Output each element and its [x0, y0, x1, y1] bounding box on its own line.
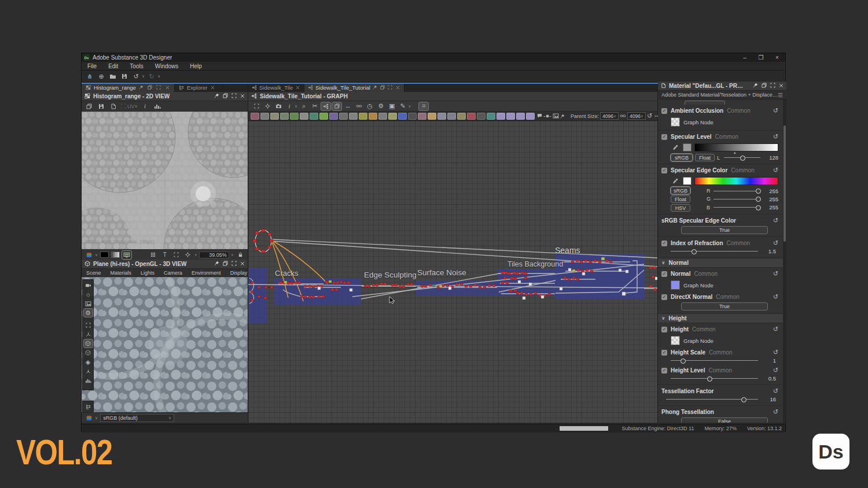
save-image-icon[interactable] — [97, 102, 106, 110]
paint-icon[interactable]: ✎ — [398, 102, 407, 110]
paste-image-icon[interactable] — [109, 102, 118, 110]
maximize-icon[interactable] — [388, 84, 393, 90]
open-icon[interactable] — [108, 72, 117, 80]
close-icon[interactable] — [395, 84, 400, 90]
palette-node-tile[interactable] — [359, 113, 367, 120]
checkbox[interactable]: ✓ — [661, 368, 667, 374]
properties-scrollbar[interactable] — [783, 99, 786, 423]
float-button[interactable]: Float — [695, 154, 715, 161]
checkbox[interactable]: ✓ — [661, 168, 667, 173]
minimize-button[interactable]: – — [737, 54, 753, 61]
menu-item[interactable]: Tools — [124, 63, 149, 69]
scene-tree-icon[interactable] — [84, 402, 93, 411]
reset-icon[interactable]: ↺ — [773, 270, 778, 278]
checkbox[interactable]: ✓ — [661, 294, 667, 300]
close-icon[interactable] — [209, 84, 216, 90]
close-icon[interactable] — [164, 84, 171, 90]
pin-node-icon[interactable] — [560, 112, 565, 120]
menu-item[interactable]: Help — [184, 63, 208, 69]
directx-normal-toggle-button[interactable]: True — [681, 302, 768, 310]
colorspace-select[interactable]: sRGB (default) ∨ — [100, 414, 174, 422]
maximize-icon[interactable] — [156, 84, 162, 90]
section-height[interactable]: ∨ Height — [658, 313, 786, 323]
checkbox[interactable]: ✓ — [661, 134, 667, 140]
green-slider[interactable]: G 255 — [707, 195, 778, 203]
light-icon[interactable]: ☼ — [84, 290, 93, 298]
frame-scene-icon[interactable] — [84, 321, 93, 329]
dot-node-icon[interactable]: -●- — [543, 112, 551, 120]
checkbox[interactable]: ✓ — [661, 350, 667, 356]
timer-icon[interactable]: ◷ — [365, 102, 374, 110]
comment-icon[interactable] — [537, 112, 542, 120]
reset-icon[interactable]: ↺ — [773, 367, 778, 374]
palette-node-tile[interactable] — [349, 113, 358, 120]
palette-node-tile[interactable] — [418, 113, 426, 120]
palette-node-tile[interactable] — [300, 113, 308, 120]
parent-size-height-select[interactable]: 4096∨ — [627, 112, 646, 120]
float-icon[interactable] — [762, 83, 767, 89]
hsv-button[interactable]: HSV — [671, 204, 690, 212]
solid-view-icon[interactable] — [84, 339, 93, 347]
center-view-icon[interactable] — [183, 251, 193, 259]
srgb-button[interactable]: sRGB — [671, 154, 693, 161]
unlink-icon[interactable]: ✂ — [310, 102, 319, 110]
tab-sidewalk-tile-tutorial[interactable]: Sidewalk_Tile_Tutorial — [304, 83, 404, 92]
fit-view-icon[interactable] — [172, 251, 181, 259]
redo-caret-icon[interactable]: ∨ — [157, 74, 160, 79]
reset-icon[interactable]: ↺ — [773, 167, 778, 174]
display-filter-icon[interactable] — [122, 251, 131, 259]
pin-icon[interactable] — [138, 84, 145, 90]
blue-slider[interactable]: B 255 — [707, 204, 778, 212]
pin-icon[interactable] — [214, 93, 219, 99]
tessellation-slider[interactable]: 16 — [666, 395, 776, 403]
clipped-button[interactable] — [685, 101, 725, 105]
environment-icon[interactable] — [84, 300, 93, 308]
reset-icon[interactable]: ↺ — [773, 326, 778, 333]
stats-icon[interactable] — [84, 376, 93, 385]
camera-settings-icon[interactable] — [84, 281, 93, 289]
palette-node-tile[interactable] — [329, 113, 338, 120]
menu-item[interactable]: Windows — [149, 63, 185, 69]
palette-node-tile[interactable] — [319, 113, 328, 120]
palette-node-tile[interactable] — [437, 113, 446, 120]
palette-node-tile[interactable] — [310, 113, 318, 120]
phong-tessellation-toggle-button[interactable]: False — [681, 417, 768, 423]
zoom-in-dot[interactable]: • — [231, 252, 233, 258]
palette-node-tile[interactable] — [398, 113, 407, 120]
wireframe-view-icon[interactable] — [84, 349, 93, 357]
checkbox[interactable]: ✓ — [661, 271, 667, 277]
close-icon[interactable] — [295, 84, 300, 90]
pin-icon[interactable] — [214, 261, 219, 267]
palette-node-tile[interactable] — [496, 113, 505, 120]
section-normal[interactable]: ∨ Normal — [658, 258, 786, 268]
eyedropper-icon[interactable] — [671, 177, 680, 185]
ao-graph-node[interactable]: Graph Node — [671, 116, 778, 128]
palette-node-tile[interactable] — [526, 113, 535, 120]
palette-node-tile[interactable] — [457, 113, 466, 120]
renderer-settings-icon[interactable]: ⚙ — [84, 309, 93, 317]
gradient-swatch[interactable] — [111, 252, 120, 258]
hamburger-icon[interactable]: ☰ — [778, 92, 783, 98]
palette-node-tile[interactable] — [280, 113, 289, 120]
view2d-canvas[interactable]: 4096 x 4096 (Grayscale, 16bpc) — [82, 112, 248, 249]
palette-node-tile[interactable] — [388, 113, 397, 120]
save-icon[interactable] — [120, 72, 129, 80]
title-bar[interactable]: Ds Adobe Substance 3D Designer – ❐ × — [82, 53, 785, 62]
palette-node-tile[interactable] — [408, 113, 417, 120]
snap-icon[interactable] — [354, 102, 363, 110]
new-package-icon[interactable]: ⊕ — [97, 72, 106, 80]
palette-node-tile[interactable] — [290, 113, 299, 120]
colorspace-icon[interactable] — [84, 414, 94, 422]
rotation-icon[interactable] — [84, 367, 93, 375]
close-icon[interactable] — [779, 83, 784, 89]
redo-icon[interactable]: ↻ — [147, 72, 156, 80]
float-icon[interactable] — [380, 84, 385, 90]
checkbox[interactable]: ✓ — [661, 327, 667, 332]
tools-icon[interactable]: ⚙ — [376, 102, 385, 110]
copy-image-icon[interactable] — [84, 102, 94, 110]
reset-icon[interactable]: ↺ — [773, 239, 778, 247]
float-icon[interactable] — [147, 84, 153, 90]
palette-node-tile[interactable] — [447, 113, 456, 120]
graph-canvas[interactable]: Cracks Edge Sculpting Surface Noise Tile… — [248, 121, 657, 423]
undo-icon[interactable]: ↺ — [131, 72, 141, 80]
